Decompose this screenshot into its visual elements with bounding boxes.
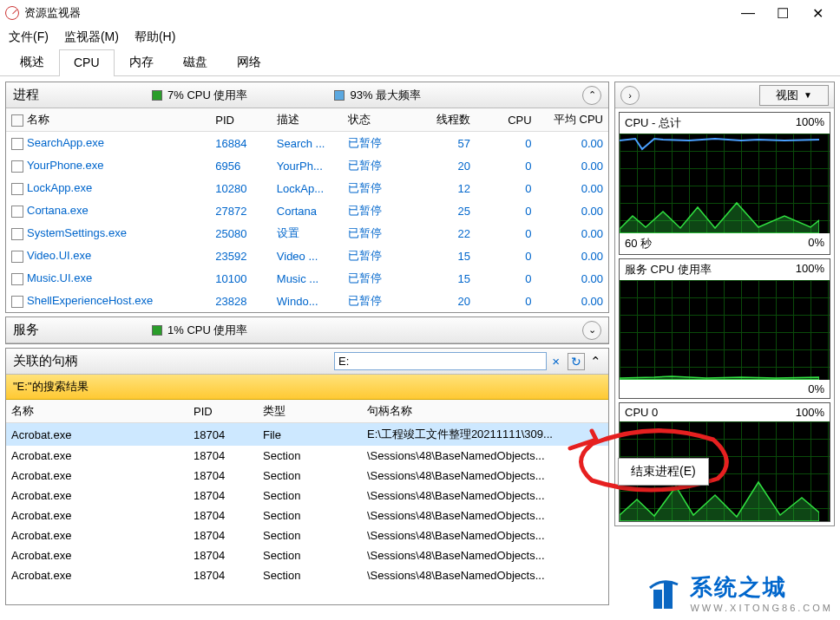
table-row[interactable]: Video.UI.exe23592Video ...已暂停1500.00 (6, 245, 608, 267)
table-row[interactable]: Acrobat.exe18704Section\Sessions\48\Base… (6, 446, 608, 466)
tab-overview[interactable]: 概述 (5, 49, 59, 75)
graph-area (620, 134, 830, 233)
table-row[interactable]: Cortana.exe27872Cortana已暂停2500.00 (6, 199, 608, 222)
checkbox[interactable] (11, 138, 23, 150)
svg-rect-0 (653, 590, 662, 609)
menu-file[interactable]: 文件(F) (9, 29, 49, 45)
checkbox[interactable] (11, 296, 23, 308)
graph-controls: › 视图▼ (615, 82, 834, 108)
tab-cpu[interactable]: CPU (59, 49, 115, 76)
graph-title: 服务 CPU 使用率 (625, 262, 712, 277)
watermark-name: 系统之城 (690, 572, 833, 603)
minimize-button[interactable]: — (731, 1, 765, 25)
handles-table: 名称 PID 类型 句柄名称 Acrobat.exe18704FileE:\工程… (6, 400, 608, 585)
table-row[interactable]: Acrobat.exe18704FileE:\工程竣工文件整理20211111\… (6, 423, 608, 447)
table-row[interactable]: Acrobat.exe18704Section\Sessions\48\Base… (6, 506, 608, 525)
handles-panel: 关联的句柄 × ↻ ⌃ "E:"的搜索结果 名称 PID 类型 句柄名称 Acr… (5, 348, 609, 605)
processes-header[interactable]: 进程 7% CPU 使用率 93% 最大频率 ⌃ (6, 82, 608, 108)
cpu-usage-icon (152, 90, 162, 101)
window-title: 资源监视器 (24, 5, 731, 21)
table-row[interactable]: Music.UI.exe10100Music ...已暂停1500.00 (6, 267, 608, 290)
hcol-handle[interactable]: 句柄名称 (362, 400, 608, 423)
table-row[interactable]: YourPhone.exe6956YourPh...已暂停2000.00 (6, 154, 608, 177)
menu-help[interactable]: 帮助(H) (135, 29, 175, 45)
col-status[interactable]: 状态 (343, 108, 404, 132)
svg-rect-1 (664, 583, 673, 609)
graph-title: CPU - 总计 (625, 115, 681, 131)
graph-foot-right: 0% (808, 236, 824, 251)
watermark-url: WWW.XITONG86.COM (690, 603, 833, 613)
checkbox[interactable] (11, 160, 23, 173)
services-panel: 服务 1% CPU 使用率 ⌄ (5, 317, 609, 344)
processes-panel: 进程 7% CPU 使用率 93% 最大频率 ⌃ 名称 PID 描述 状态 线程… (5, 82, 609, 313)
menu-end-process[interactable]: 结束进程(E) (631, 464, 696, 480)
graph-max: 100% (796, 115, 824, 131)
services-header[interactable]: 服务 1% CPU 使用率 ⌄ (6, 317, 608, 343)
table-row[interactable]: SystemSettings.exe25080设置已暂停2200.00 (6, 222, 608, 245)
search-results-label: "E:"的搜索结果 (6, 375, 608, 400)
expand-icon[interactable]: › (620, 86, 640, 105)
checkbox[interactable] (11, 228, 23, 240)
handles-header: 关联的句柄 × ↻ ⌃ (6, 349, 608, 375)
collapse-icon[interactable]: ⌃ (582, 86, 601, 105)
services-title: 服务 (13, 322, 152, 338)
table-row[interactable]: Acrobat.exe18704Section\Sessions\48\Base… (6, 466, 608, 486)
tab-disk[interactable]: 磁盘 (168, 49, 222, 75)
table-row[interactable]: Acrobat.exe18704Section\Sessions\48\Base… (6, 545, 608, 565)
graph-cpu-total: CPU - 总计100% 60 秒0% (619, 112, 830, 255)
graph-max: 100% (796, 406, 824, 419)
processes-title: 进程 (13, 87, 152, 103)
graph-foot-right: 0% (808, 382, 824, 395)
graph-service-cpu: 服务 CPU 使用率100% 0% (619, 258, 830, 399)
tabs: 概述 CPU 内存 磁盘 网络 (0, 49, 840, 76)
watermark-logo-icon (645, 574, 683, 612)
context-menu: 结束进程(E) (618, 458, 709, 486)
max-freq-text: 93% 最大频率 (350, 88, 421, 103)
service-cpu-text: 1% CPU 使用率 (167, 323, 247, 338)
col-pid[interactable]: PID (210, 108, 272, 132)
watermark: 系统之城 WWW.XITONG86.COM (645, 572, 833, 613)
col-avgcpu[interactable]: 平均 CPU (537, 108, 608, 132)
checkbox[interactable] (11, 183, 23, 195)
collapse-icon[interactable]: ⌃ (590, 354, 601, 369)
checkbox-all[interactable] (11, 114, 23, 127)
table-row[interactable]: Acrobat.exe18704Section\Sessions\48\Base… (6, 525, 608, 545)
tab-memory[interactable]: 内存 (115, 49, 168, 75)
collapse-icon[interactable]: ⌄ (582, 321, 601, 340)
service-cpu-icon (152, 325, 162, 336)
table-row[interactable]: SearchApp.exe16884Search ...已暂停5700.00 (6, 132, 608, 155)
hcol-type[interactable]: 类型 (258, 400, 362, 423)
hcol-name[interactable]: 名称 (6, 400, 188, 423)
graph-area (620, 280, 830, 380)
table-row[interactable]: Acrobat.exe18704Section\Sessions\48\Base… (6, 486, 608, 506)
refresh-icon[interactable]: ↻ (568, 353, 585, 370)
graph-max: 100% (796, 262, 824, 277)
tab-network[interactable]: 网络 (222, 49, 276, 75)
checkbox[interactable] (11, 251, 23, 263)
checkbox[interactable] (11, 206, 23, 218)
col-desc[interactable]: 描述 (272, 108, 343, 132)
cpu-usage-text: 7% CPU 使用率 (167, 88, 247, 103)
table-row[interactable]: LockApp.exe10280LockAp...已暂停1200.00 (6, 177, 608, 199)
app-icon (5, 6, 19, 20)
maximize-button[interactable]: ☐ (765, 1, 800, 25)
search-input[interactable] (334, 352, 547, 370)
table-row[interactable]: Acrobat.exe18704Section\Sessions\48\Base… (6, 565, 608, 585)
titlebar: 资源监视器 — ☐ ✕ (0, 0, 840, 26)
close-button[interactable]: ✕ (800, 1, 835, 25)
col-name[interactable]: 名称 (6, 108, 210, 132)
max-freq-icon (334, 90, 345, 101)
table-row[interactable]: ShellExperienceHost.exe23828Windo...已暂停2… (6, 290, 608, 312)
col-cpu[interactable]: CPU (476, 108, 537, 132)
clear-icon[interactable]: × (547, 354, 565, 369)
hcol-pid[interactable]: PID (188, 400, 258, 423)
graph-title: CPU 0 (625, 406, 658, 419)
view-button[interactable]: 视图▼ (759, 85, 829, 106)
menu-monitor[interactable]: 监视器(M) (64, 29, 119, 45)
checkbox[interactable] (11, 273, 23, 285)
menubar: 文件(F) 监视器(M) 帮助(H) (0, 26, 840, 49)
processes-table: 名称 PID 描述 状态 线程数 CPU 平均 CPU SearchApp.ex… (6, 108, 608, 312)
graph-foot-left: 60 秒 (625, 236, 652, 251)
col-threads[interactable]: 线程数 (404, 108, 476, 132)
dropdown-icon: ▼ (804, 90, 812, 100)
